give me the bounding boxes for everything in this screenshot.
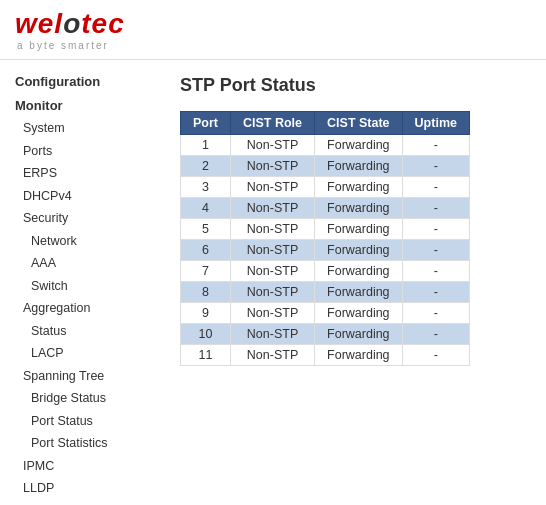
cell-uptime: -: [402, 345, 469, 366]
cell-uptime: -: [402, 198, 469, 219]
cell-cist_role: Non-STP: [231, 198, 315, 219]
cell-cist_state: Forwarding: [315, 345, 403, 366]
content-area: STP Port Status Port CIST Role CIST Stat…: [160, 60, 546, 505]
table-row: 9Non-STPForwarding-: [181, 303, 470, 324]
cell-cist_role: Non-STP: [231, 303, 315, 324]
logo-tec: tec: [81, 8, 124, 39]
table-row: 10Non-STPForwarding-: [181, 324, 470, 345]
cell-uptime: -: [402, 219, 469, 240]
logo-container: welotec a byte smarter: [15, 10, 531, 51]
cell-port: 5: [181, 219, 231, 240]
header: welotec a byte smarter: [0, 0, 546, 60]
col-header-port: Port: [181, 112, 231, 135]
cell-uptime: -: [402, 261, 469, 282]
table-body: 1Non-STPForwarding-2Non-STPForwarding-3N…: [181, 135, 470, 366]
sidebar-item-bridge-status[interactable]: Bridge Status: [15, 387, 150, 410]
sidebar-item-configuration[interactable]: Configuration: [15, 74, 100, 89]
col-header-cist-role: CIST Role: [231, 112, 315, 135]
sidebar-item-system[interactable]: System: [15, 117, 150, 140]
cell-cist_role: Non-STP: [231, 135, 315, 156]
cell-port: 9: [181, 303, 231, 324]
cell-uptime: -: [402, 282, 469, 303]
logo-lo: o: [63, 8, 81, 39]
cell-cist_state: Forwarding: [315, 324, 403, 345]
stp-port-status-table: Port CIST Role CIST State Uptime 1Non-ST…: [180, 111, 470, 366]
table-row: 11Non-STPForwarding-: [181, 345, 470, 366]
cell-cist_role: Non-STP: [231, 345, 315, 366]
sidebar-item-aaa[interactable]: AAA: [15, 252, 150, 275]
sidebar-item-lldp[interactable]: LLDP: [15, 477, 150, 500]
sidebar-item-monitor[interactable]: Monitor: [15, 98, 63, 113]
cell-port: 6: [181, 240, 231, 261]
table-row: 6Non-STPForwarding-: [181, 240, 470, 261]
sidebar-item-aggregation[interactable]: Aggregation: [15, 297, 150, 320]
col-header-cist-state: CIST State: [315, 112, 403, 135]
table-row: 5Non-STPForwarding-: [181, 219, 470, 240]
cell-cist_state: Forwarding: [315, 282, 403, 303]
sidebar-item-spanning-tree[interactable]: Spanning Tree: [15, 365, 150, 388]
cell-cist_state: Forwarding: [315, 135, 403, 156]
cell-cist_role: Non-STP: [231, 219, 315, 240]
sidebar-item-network[interactable]: Network: [15, 230, 150, 253]
table-header: Port CIST Role CIST State Uptime: [181, 112, 470, 135]
sidebar-item-port-statistics[interactable]: Port Statistics: [15, 432, 150, 455]
table-row: 2Non-STPForwarding-: [181, 156, 470, 177]
cell-cist_role: Non-STP: [231, 324, 315, 345]
cell-port: 2: [181, 156, 231, 177]
cell-cist_role: Non-STP: [231, 282, 315, 303]
table-row: 1Non-STPForwarding-: [181, 135, 470, 156]
cell-cist_role: Non-STP: [231, 177, 315, 198]
cell-uptime: -: [402, 240, 469, 261]
cell-port: 4: [181, 198, 231, 219]
logo: welotec: [15, 10, 125, 38]
cell-uptime: -: [402, 303, 469, 324]
sidebar: Configuration Monitor System Ports ERPS …: [0, 60, 160, 505]
cell-cist_state: Forwarding: [315, 177, 403, 198]
cell-uptime: -: [402, 324, 469, 345]
cell-port: 3: [181, 177, 231, 198]
col-header-uptime: Uptime: [402, 112, 469, 135]
sidebar-item-ports[interactable]: Ports: [15, 140, 150, 163]
sidebar-item-status[interactable]: Status: [15, 320, 150, 343]
cell-uptime: -: [402, 135, 469, 156]
cell-uptime: -: [402, 177, 469, 198]
sidebar-item-erps[interactable]: ERPS: [15, 162, 150, 185]
cell-cist_state: Forwarding: [315, 240, 403, 261]
cell-port: 7: [181, 261, 231, 282]
table-row: 3Non-STPForwarding-: [181, 177, 470, 198]
sidebar-item-lacp[interactable]: LACP: [15, 342, 150, 365]
cell-port: 10: [181, 324, 231, 345]
cell-cist_state: Forwarding: [315, 261, 403, 282]
table-row: 7Non-STPForwarding-: [181, 261, 470, 282]
sidebar-item-port-status[interactable]: Port Status: [15, 410, 150, 433]
sidebar-item-switch[interactable]: Switch: [15, 275, 150, 298]
sidebar-item-security[interactable]: Security: [15, 207, 150, 230]
sidebar-item-ipmc[interactable]: IPMC: [15, 455, 150, 478]
cell-port: 8: [181, 282, 231, 303]
cell-port: 1: [181, 135, 231, 156]
cell-uptime: -: [402, 156, 469, 177]
table-row: 4Non-STPForwarding-: [181, 198, 470, 219]
cell-cist_role: Non-STP: [231, 156, 315, 177]
cell-cist_state: Forwarding: [315, 156, 403, 177]
sidebar-item-ptp[interactable]: PTP: [15, 500, 150, 506]
page-title: STP Port Status: [180, 75, 526, 96]
cell-cist_state: Forwarding: [315, 219, 403, 240]
main-layout: Configuration Monitor System Ports ERPS …: [0, 60, 546, 505]
cell-port: 11: [181, 345, 231, 366]
sidebar-item-dhcpv4[interactable]: DHCPv4: [15, 185, 150, 208]
logo-we: wel: [15, 8, 63, 39]
cell-cist_state: Forwarding: [315, 303, 403, 324]
table-row: 8Non-STPForwarding-: [181, 282, 470, 303]
cell-cist_state: Forwarding: [315, 198, 403, 219]
table-header-row: Port CIST Role CIST State Uptime: [181, 112, 470, 135]
cell-cist_role: Non-STP: [231, 261, 315, 282]
logo-tagline: a byte smarter: [17, 40, 109, 51]
cell-cist_role: Non-STP: [231, 240, 315, 261]
